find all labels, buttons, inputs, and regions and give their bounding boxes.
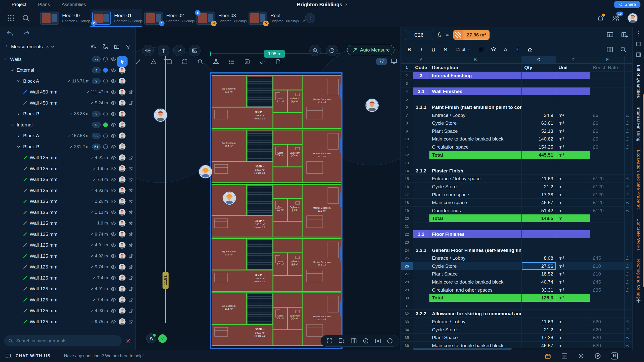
cell-E22[interactable] [590,230,625,238]
cell-B28[interactable]: Main core to double banked block [429,278,522,286]
cell-F6[interactable] [625,103,632,111]
cell-A31[interactable] [413,302,429,310]
cell-C17[interactable]: 17.38 [522,191,556,199]
cell-B25[interactable]: Entrace / Lobby [429,254,522,262]
floor-tab-floor-01[interactable]: 2Floor 01Brighton Buildings 1-2 [90,9,142,27]
cell-B30[interactable]: Total [429,294,522,302]
measurement-item-wall-450-mm[interactable]: Wall 450 mm111.47 m [0,87,135,98]
cell-D11[interactable]: m² [556,143,590,151]
floor-tab-floor-03[interactable]: 54Floor 03Brighton Buildings 1-2 [194,9,246,27]
row-number-23[interactable]: 23 [401,238,413,246]
font-color-button[interactable]: A [500,45,512,54]
cell-D25[interactable]: m² [556,254,590,262]
cell-D6[interactable] [556,103,590,111]
cell-B13[interactable] [429,159,522,167]
cell-A5[interactable] [413,95,429,103]
cell-D10[interactable]: m² [556,135,590,143]
add-folder-icon[interactable] [114,44,120,50]
scrollbar-thumb[interactable] [413,348,512,350]
cell-E16[interactable]: £120 [590,183,625,191]
cell-A28[interactable] [413,278,429,286]
tool-count[interactable] [211,56,221,67]
zoom-area-icon[interactable] [338,338,345,344]
cell-E2[interactable] [590,72,625,80]
cell-F32[interactable] [625,310,632,318]
cell-C35[interactable]: 17.38 [522,334,556,342]
cell-E24[interactable] [590,246,625,254]
cell-A21[interactable] [413,222,429,231]
cell-B6[interactable]: Paint Finish (matt emulsion paint to com… [429,103,522,111]
cell-C26[interactable]: 27.96 [522,262,556,270]
measurement-item-wall-125-mm[interactable]: Wall 125 mm4.91 m [0,284,135,295]
cell-D15[interactable]: m [556,175,590,183]
cell-B29[interactable]: Circulation and other spaces [429,286,522,294]
tool-region[interactable] [179,56,190,67]
cell-D29[interactable]: m² [556,286,590,294]
cell-A27[interactable] [413,270,429,278]
cell-A33[interactable] [413,318,429,326]
cell-D5[interactable] [556,95,590,103]
cell-E30[interactable] [590,294,625,302]
pages-count-badge[interactable]: 77 [376,58,387,65]
cell-D16[interactable]: m [556,183,590,191]
cell-D12[interactable]: m² [556,151,590,159]
cell-C10[interactable]: 140.62 [522,135,556,143]
cell-A32[interactable]: 3.2.2 [413,310,429,318]
cell-B24[interactable]: General Floor Finishes (self-leveling fi… [429,246,522,254]
cell-C19[interactable]: 51.42 [522,207,556,215]
cell-A9[interactable] [413,127,429,135]
cell-D13[interactable] [556,159,590,167]
row-number-36[interactable]: 36 [401,342,413,350]
cell-D34[interactable]: m [556,326,590,334]
color-indicator[interactable] [103,112,108,116]
cell-F24[interactable] [625,246,632,254]
cell-B22[interactable]: Floor Finishes [429,230,522,238]
cell-E21[interactable] [590,222,625,231]
layout-icon[interactable] [636,52,641,57]
drag-handle-icon[interactable] [4,44,9,50]
cell-C6[interactable] [522,103,556,111]
cell-F35[interactable]: £ [625,334,632,342]
export-table-icon[interactable] [606,31,614,39]
cell-D27[interactable]: m² [556,270,590,278]
cell-D32[interactable] [556,310,590,318]
cell-A18[interactable] [413,199,429,207]
cell-F27[interactable]: £ [625,270,632,278]
cell-B7[interactable]: Entrace / Lobby [429,111,522,119]
row-number-17[interactable]: 17 [401,191,413,199]
more-menu-icon[interactable] [636,31,641,36]
redo-icon[interactable] [23,30,30,37]
cell-A15[interactable] [413,175,429,183]
cell-D3[interactable] [556,79,590,87]
column-header-D[interactable]: D [556,56,590,63]
cell-D14[interactable] [556,167,590,175]
cell-C14[interactable] [522,167,556,175]
search-input[interactable] [16,338,118,344]
measurement-item-wall-125-mm[interactable]: Wall 125 mm1.9 m [0,218,135,229]
collaborator-avatar[interactable] [366,99,379,112]
sheet-search-icon[interactable] [620,46,627,53]
apps-grid-icon[interactable] [7,14,15,22]
search-icon[interactable] [22,14,30,22]
cell-E1[interactable]: Bench Rate [590,64,625,72]
row-number-10[interactable]: 10 [401,135,413,143]
cell-A29[interactable] [413,286,429,294]
cell-B16[interactable]: Cycle Store [429,183,522,191]
cell-C5[interactable] [522,95,556,103]
cell-F28[interactable]: £ [625,278,632,286]
cell-A11[interactable] [413,143,429,151]
cell-D26[interactable]: m² [556,262,590,270]
underline-button[interactable]: U [427,45,439,54]
cell-D19[interactable]: m [556,207,590,215]
cell-E11[interactable]: £6 [590,143,625,151]
cell-D35[interactable]: m [556,334,590,342]
measurement-item-wall-125-mm[interactable]: Wall 125 mm1.13 m [0,207,135,218]
measurement-item-wall-125-mm[interactable]: Wall 125 mm9.74 m [0,229,135,240]
column-header-C[interactable]: C [522,56,556,63]
tool-document[interactable] [273,56,284,67]
tool-note[interactable] [242,56,252,67]
cell-E18[interactable]: £120 [590,199,625,207]
color-indicator[interactable] [103,57,108,62]
cell-C31[interactable] [522,302,556,310]
row-number-6[interactable]: 6 [401,103,413,111]
